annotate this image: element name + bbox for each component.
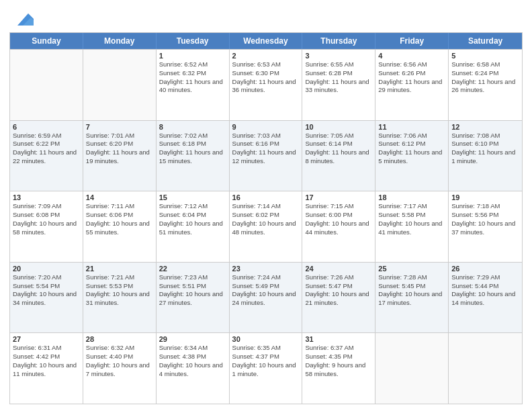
sunrise-text: Sunrise: 7:20 AM	[13, 273, 80, 282]
day-number: 27	[13, 335, 80, 343]
sunset-text: Sunset: 5:44 PM	[451, 282, 519, 291]
day-number: 6	[13, 123, 80, 131]
sunset-text: Sunset: 5:53 PM	[86, 282, 153, 291]
sunrise-text: Sunrise: 6:52 AM	[159, 60, 226, 69]
sunrise-text: Sunrise: 7:08 AM	[451, 132, 519, 140]
cal-cell-week2-day6: 11Sunrise: 7:06 AMSunset: 6:12 PMDayligh…	[375, 121, 449, 191]
sunset-text: Sunset: 4:35 PM	[305, 353, 372, 361]
daylight-text: Daylight: 9 hours and 58 minutes.	[305, 361, 372, 379]
week-row-1: 1Sunrise: 6:52 AMSunset: 6:32 PMDaylight…	[10, 49, 522, 120]
cal-cell-week5-day2: 28Sunrise: 6:32 AMSunset: 4:40 PMDayligh…	[83, 333, 157, 404]
header-cell-sunday: Sunday	[10, 33, 83, 49]
sunset-text: Sunset: 6:26 PM	[378, 69, 445, 78]
daylight-text: Daylight: 10 hours and 27 minutes.	[159, 290, 226, 308]
day-number: 21	[86, 265, 153, 273]
cal-cell-week2-day2: 7Sunrise: 7:01 AMSunset: 6:20 PMDaylight…	[83, 121, 157, 191]
header	[9, 7, 523, 28]
sunset-text: Sunset: 5:45 PM	[378, 282, 445, 291]
cal-cell-week5-day7	[449, 333, 522, 404]
sunrise-text: Sunrise: 7:09 AM	[13, 202, 80, 211]
sunset-text: Sunset: 6:16 PM	[232, 140, 300, 148]
sunrise-text: Sunrise: 6:53 AM	[232, 60, 300, 69]
cal-cell-week5-day5: 31Sunrise: 6:37 AMSunset: 4:35 PMDayligh…	[302, 333, 375, 404]
sunrise-text: Sunrise: 7:18 AM	[451, 202, 519, 211]
cal-cell-week1-day3: 1Sunrise: 6:52 AMSunset: 6:32 PMDaylight…	[157, 50, 230, 120]
sunrise-text: Sunrise: 7:24 AM	[232, 273, 300, 282]
cal-cell-week3-day5: 17Sunrise: 7:15 AMSunset: 6:00 PMDayligh…	[302, 191, 375, 262]
daylight-text: Daylight: 11 hours and 19 minutes.	[86, 148, 153, 166]
cal-cell-week3-day1: 13Sunrise: 7:09 AMSunset: 6:08 PMDayligh…	[10, 191, 83, 262]
sunset-text: Sunset: 4:37 PM	[232, 353, 300, 361]
sunrise-text: Sunrise: 6:32 AM	[86, 344, 153, 353]
cal-cell-week4-day5: 24Sunrise: 7:26 AMSunset: 5:47 PMDayligh…	[302, 263, 375, 333]
sunset-text: Sunset: 6:02 PM	[232, 211, 300, 220]
cal-cell-week5-day4: 30Sunrise: 6:35 AMSunset: 4:37 PMDayligh…	[230, 333, 303, 404]
daylight-text: Daylight: 10 hours and 58 minutes.	[13, 220, 80, 237]
sunset-text: Sunset: 6:18 PM	[159, 140, 226, 148]
sunset-text: Sunset: 5:56 PM	[451, 211, 519, 220]
sunrise-text: Sunrise: 7:23 AM	[159, 273, 226, 282]
sunset-text: Sunset: 6:08 PM	[13, 211, 80, 220]
header-cell-monday: Monday	[83, 33, 157, 49]
page: SundayMondayTuesdayWednesdayThursdayFrid…	[0, 0, 532, 411]
sunset-text: Sunset: 6:00 PM	[305, 211, 372, 220]
sunset-text: Sunset: 5:54 PM	[13, 282, 80, 291]
sunset-text: Sunset: 6:12 PM	[378, 140, 445, 148]
cal-cell-week1-day7: 5Sunrise: 6:58 AMSunset: 6:24 PMDaylight…	[449, 50, 522, 120]
daylight-text: Daylight: 10 hours and 7 minutes.	[86, 361, 153, 379]
cal-cell-week1-day1	[10, 50, 83, 120]
daylight-text: Daylight: 10 hours and 4 minutes.	[159, 361, 226, 379]
day-number: 23	[232, 265, 300, 273]
cal-cell-week3-day2: 14Sunrise: 7:11 AMSunset: 6:06 PMDayligh…	[83, 191, 157, 262]
day-number: 19	[451, 193, 519, 201]
sunset-text: Sunset: 5:49 PM	[232, 282, 300, 291]
day-number: 17	[305, 193, 372, 201]
daylight-text: Daylight: 10 hours and 1 minute.	[232, 361, 300, 379]
sunrise-text: Sunrise: 7:06 AM	[378, 132, 445, 140]
daylight-text: Daylight: 11 hours and 29 minutes.	[378, 78, 445, 95]
cal-cell-week4-day1: 20Sunrise: 7:20 AMSunset: 5:54 PMDayligh…	[10, 263, 83, 333]
sunset-text: Sunset: 5:47 PM	[305, 282, 372, 291]
sunset-text: Sunset: 6:28 PM	[305, 69, 372, 78]
daylight-text: Daylight: 11 hours and 15 minutes.	[159, 148, 226, 166]
sunset-text: Sunset: 4:40 PM	[86, 353, 153, 361]
cal-cell-week2-day3: 8Sunrise: 7:02 AMSunset: 6:18 PMDaylight…	[157, 121, 230, 191]
cal-cell-week2-day4: 9Sunrise: 7:03 AMSunset: 6:16 PMDaylight…	[230, 121, 303, 191]
sunrise-text: Sunrise: 7:12 AM	[159, 202, 226, 211]
sunrise-text: Sunrise: 6:35 AM	[232, 344, 300, 353]
sunrise-text: Sunrise: 7:02 AM	[159, 132, 226, 140]
cal-cell-week3-day6: 18Sunrise: 7:17 AMSunset: 5:58 PMDayligh…	[375, 191, 449, 262]
calendar: SundayMondayTuesdayWednesdayThursdayFrid…	[9, 32, 523, 404]
day-number: 15	[159, 193, 226, 201]
cal-cell-week1-day4: 2Sunrise: 6:53 AMSunset: 6:30 PMDaylight…	[230, 50, 303, 120]
sunrise-text: Sunrise: 6:34 AM	[159, 344, 226, 353]
cal-cell-week3-day3: 15Sunrise: 7:12 AMSunset: 6:04 PMDayligh…	[157, 191, 230, 262]
daylight-text: Daylight: 10 hours and 21 minutes.	[305, 290, 372, 308]
day-number: 20	[13, 265, 80, 273]
sunset-text: Sunset: 4:42 PM	[13, 353, 80, 361]
cal-cell-week1-day6: 4Sunrise: 6:56 AMSunset: 6:26 PMDaylight…	[375, 50, 449, 120]
header-cell-thursday: Thursday	[302, 33, 375, 49]
daylight-text: Daylight: 10 hours and 17 minutes.	[378, 290, 445, 308]
day-number: 29	[159, 335, 226, 343]
daylight-text: Daylight: 11 hours and 22 minutes.	[13, 148, 80, 166]
daylight-text: Daylight: 11 hours and 5 minutes.	[378, 148, 445, 166]
sunset-text: Sunset: 6:22 PM	[13, 140, 80, 148]
cal-cell-week1-day5: 3Sunrise: 6:55 AMSunset: 6:28 PMDaylight…	[302, 50, 375, 120]
header-cell-wednesday: Wednesday	[230, 33, 303, 49]
day-number: 8	[159, 123, 226, 131]
day-number: 25	[378, 265, 445, 273]
day-number: 12	[451, 123, 519, 131]
sunrise-text: Sunrise: 7:26 AM	[305, 273, 372, 282]
sunrise-text: Sunrise: 7:28 AM	[378, 273, 445, 282]
day-number: 7	[86, 123, 153, 131]
sunrise-text: Sunrise: 7:29 AM	[451, 273, 519, 282]
daylight-text: Daylight: 10 hours and 44 minutes.	[305, 220, 372, 237]
sunrise-text: Sunrise: 7:01 AM	[86, 132, 153, 140]
day-number: 28	[86, 335, 153, 343]
cal-cell-week4-day2: 21Sunrise: 7:21 AMSunset: 5:53 PMDayligh…	[83, 263, 157, 333]
daylight-text: Daylight: 10 hours and 48 minutes.	[232, 220, 300, 237]
day-number: 5	[451, 52, 519, 60]
sunrise-text: Sunrise: 6:31 AM	[13, 344, 80, 353]
day-number: 1	[159, 52, 226, 60]
